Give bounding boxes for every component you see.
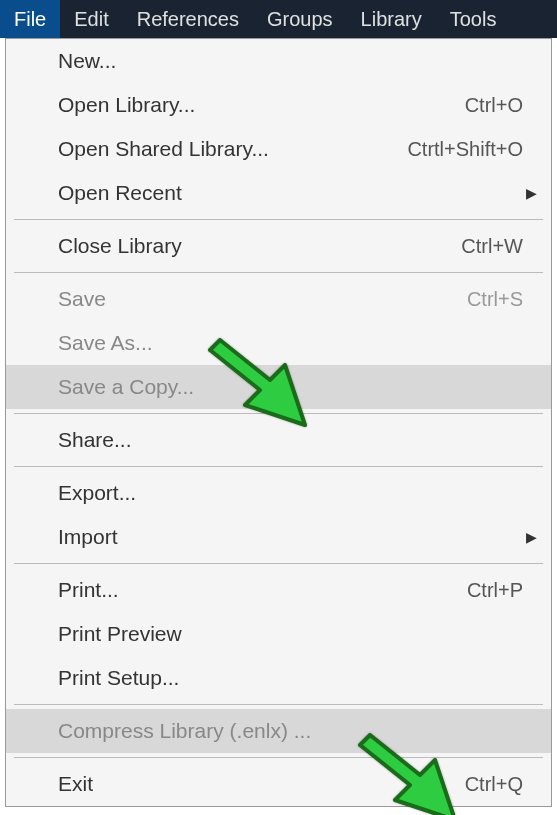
menu-import[interactable]: Import ▶ bbox=[6, 515, 551, 559]
separator bbox=[14, 272, 543, 273]
menu-label: Exit bbox=[58, 772, 465, 796]
submenu-arrow-icon: ▶ bbox=[526, 185, 537, 201]
menubar-groups[interactable]: Groups bbox=[253, 0, 347, 38]
menu-save-as: Save As... bbox=[6, 321, 551, 365]
menu-close-library[interactable]: Close Library Ctrl+W bbox=[6, 224, 551, 268]
menubar: File Edit References Groups Library Tool… bbox=[0, 0, 557, 38]
separator bbox=[14, 413, 543, 414]
file-dropdown: New... Open Library... Ctrl+O Open Share… bbox=[5, 38, 552, 807]
menu-compress-library: Compress Library (.enlx) ... bbox=[6, 709, 551, 753]
menu-print-preview[interactable]: Print Preview bbox=[6, 612, 551, 656]
menu-label: Print Preview bbox=[58, 622, 531, 646]
menubar-label: Tools bbox=[450, 8, 497, 31]
menu-share[interactable]: Share... bbox=[6, 418, 551, 462]
menu-shortcut: Ctrl+S bbox=[467, 288, 531, 311]
separator bbox=[14, 704, 543, 705]
menubar-label: Groups bbox=[267, 8, 333, 31]
menu-label: Import bbox=[58, 525, 531, 549]
menu-label: Save As... bbox=[58, 331, 531, 355]
separator bbox=[14, 219, 543, 220]
menu-save-a-copy: Save a Copy... bbox=[6, 365, 551, 409]
menu-print[interactable]: Print... Ctrl+P bbox=[6, 568, 551, 612]
separator bbox=[14, 757, 543, 758]
menu-label: Export... bbox=[58, 481, 531, 505]
menu-label: Open Library... bbox=[58, 93, 465, 117]
menubar-label: File bbox=[14, 8, 46, 31]
menu-label: Open Shared Library... bbox=[58, 137, 407, 161]
menu-exit[interactable]: Exit Ctrl+Q bbox=[6, 762, 551, 806]
menubar-edit[interactable]: Edit bbox=[60, 0, 122, 38]
menu-open-recent[interactable]: Open Recent ▶ bbox=[6, 171, 551, 215]
menubar-label: References bbox=[137, 8, 239, 31]
menu-label: Share... bbox=[58, 428, 531, 452]
menubar-file[interactable]: File bbox=[0, 0, 60, 38]
menu-label: Print Setup... bbox=[58, 666, 531, 690]
menu-shortcut: Ctrl+P bbox=[467, 579, 531, 602]
separator bbox=[14, 466, 543, 467]
menubar-library[interactable]: Library bbox=[347, 0, 436, 38]
menu-print-setup[interactable]: Print Setup... bbox=[6, 656, 551, 700]
menu-open-library[interactable]: Open Library... Ctrl+O bbox=[6, 83, 551, 127]
menubar-tools[interactable]: Tools bbox=[436, 0, 511, 38]
menu-label: Save a Copy... bbox=[58, 375, 531, 399]
menu-label: Compress Library (.enlx) ... bbox=[58, 719, 531, 743]
menu-shortcut: Ctrl+W bbox=[461, 235, 531, 258]
separator bbox=[14, 563, 543, 564]
menu-shortcut: Ctrl+Q bbox=[465, 773, 531, 796]
menu-label: Save bbox=[58, 287, 467, 311]
menu-label: New... bbox=[58, 49, 531, 73]
menubar-label: Edit bbox=[74, 8, 108, 31]
menu-label: Close Library bbox=[58, 234, 461, 258]
menu-shortcut: Ctrl+O bbox=[465, 94, 531, 117]
menu-label: Print... bbox=[58, 578, 467, 602]
menubar-label: Library bbox=[361, 8, 422, 31]
menu-open-shared-library[interactable]: Open Shared Library... Ctrtl+Shift+O bbox=[6, 127, 551, 171]
menu-new[interactable]: New... bbox=[6, 39, 551, 83]
menu-save: Save Ctrl+S bbox=[6, 277, 551, 321]
menubar-references[interactable]: References bbox=[123, 0, 253, 38]
submenu-arrow-icon: ▶ bbox=[526, 529, 537, 545]
menu-shortcut: Ctrtl+Shift+O bbox=[407, 138, 531, 161]
menu-label: Open Recent bbox=[58, 181, 531, 205]
menu-export[interactable]: Export... bbox=[6, 471, 551, 515]
